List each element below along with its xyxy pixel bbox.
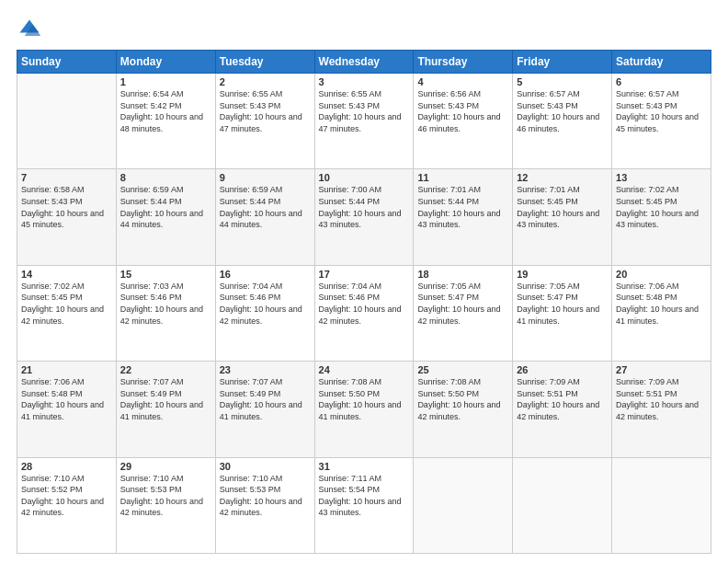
- calendar-cell: 20Sunrise: 7:06 AMSunset: 5:48 PMDayligh…: [612, 265, 711, 361]
- day-header-tuesday: Tuesday: [215, 51, 314, 74]
- day-number: 10: [319, 172, 410, 183]
- day-number: 14: [21, 269, 112, 280]
- calendar-cell: 27Sunrise: 7:09 AMSunset: 5:51 PMDayligh…: [612, 362, 711, 457]
- day-number: 29: [120, 461, 211, 472]
- calendar-cell: 25Sunrise: 7:08 AMSunset: 5:50 PMDayligh…: [414, 362, 513, 457]
- day-number: 9: [220, 172, 311, 183]
- day-number: 31: [319, 461, 410, 472]
- calendar-cell: 29Sunrise: 7:10 AMSunset: 5:53 PMDayligh…: [116, 457, 215, 553]
- day-number: 23: [220, 364, 311, 375]
- day-header-wednesday: Wednesday: [314, 51, 414, 74]
- calendar-cell: 2Sunrise: 6:55 AMSunset: 5:43 PMDaylight…: [215, 74, 314, 169]
- day-detail: Sunrise: 7:06 AMSunset: 5:48 PMDaylight:…: [21, 376, 112, 422]
- calendar-cell: 8Sunrise: 6:59 AMSunset: 5:44 PMDaylight…: [116, 169, 215, 265]
- header: [17, 17, 711, 42]
- calendar-cell: 11Sunrise: 7:01 AMSunset: 5:44 PMDayligh…: [414, 169, 513, 265]
- calendar-cell: 5Sunrise: 6:57 AMSunset: 5:43 PMDaylight…: [513, 74, 612, 169]
- calendar-cell: 24Sunrise: 7:08 AMSunset: 5:50 PMDayligh…: [314, 362, 414, 457]
- day-detail: Sunrise: 7:07 AMSunset: 5:49 PMDaylight:…: [220, 376, 311, 422]
- calendar-week-0: 1Sunrise: 6:54 AMSunset: 5:42 PMDaylight…: [17, 74, 711, 169]
- calendar-cell: [612, 457, 711, 553]
- calendar-cell: 3Sunrise: 6:55 AMSunset: 5:43 PMDaylight…: [314, 74, 414, 169]
- day-number: 30: [220, 461, 311, 472]
- calendar-cell: 13Sunrise: 7:02 AMSunset: 5:45 PMDayligh…: [612, 169, 711, 265]
- day-number: 11: [417, 172, 508, 183]
- calendar-cell: 22Sunrise: 7:07 AMSunset: 5:49 PMDayligh…: [116, 362, 215, 457]
- day-number: 7: [21, 172, 112, 183]
- calendar-cell: 14Sunrise: 7:02 AMSunset: 5:45 PMDayligh…: [17, 265, 117, 361]
- calendar-cell: 16Sunrise: 7:04 AMSunset: 5:46 PMDayligh…: [215, 265, 314, 361]
- day-detail: Sunrise: 7:05 AMSunset: 5:47 PMDaylight:…: [417, 281, 508, 327]
- day-header-friday: Friday: [513, 51, 612, 74]
- day-detail: Sunrise: 7:10 AMSunset: 5:52 PMDaylight:…: [21, 473, 112, 519]
- calendar-cell: 10Sunrise: 7:00 AMSunset: 5:44 PMDayligh…: [314, 169, 414, 265]
- logo: [17, 17, 44, 42]
- calendar-week-3: 21Sunrise: 7:06 AMSunset: 5:48 PMDayligh…: [17, 362, 711, 457]
- calendar-cell: 12Sunrise: 7:01 AMSunset: 5:45 PMDayligh…: [513, 169, 612, 265]
- calendar-cell: 19Sunrise: 7:05 AMSunset: 5:47 PMDayligh…: [513, 265, 612, 361]
- calendar-cell: 7Sunrise: 6:58 AMSunset: 5:43 PMDaylight…: [17, 169, 117, 265]
- day-number: 27: [616, 364, 707, 375]
- day-detail: Sunrise: 7:08 AMSunset: 5:50 PMDaylight:…: [319, 376, 410, 422]
- logo-icon: [17, 17, 42, 42]
- day-number: 2: [220, 76, 311, 87]
- day-detail: Sunrise: 7:10 AMSunset: 5:53 PMDaylight:…: [220, 473, 311, 519]
- calendar-cell: 26Sunrise: 7:09 AMSunset: 5:51 PMDayligh…: [513, 362, 612, 457]
- day-detail: Sunrise: 7:04 AMSunset: 5:46 PMDaylight:…: [220, 281, 311, 327]
- day-detail: Sunrise: 6:58 AMSunset: 5:43 PMDaylight:…: [21, 184, 112, 230]
- day-number: 13: [616, 172, 707, 183]
- calendar-cell: 6Sunrise: 6:57 AMSunset: 5:43 PMDaylight…: [612, 74, 711, 169]
- calendar-cell: 1Sunrise: 6:54 AMSunset: 5:42 PMDaylight…: [116, 74, 215, 169]
- day-number: 17: [319, 269, 410, 280]
- day-number: 24: [319, 364, 410, 375]
- calendar-cell: 9Sunrise: 6:59 AMSunset: 5:44 PMDaylight…: [215, 169, 314, 265]
- day-detail: Sunrise: 7:04 AMSunset: 5:46 PMDaylight:…: [319, 281, 410, 327]
- day-number: 1: [120, 76, 211, 87]
- calendar-cell: 21Sunrise: 7:06 AMSunset: 5:48 PMDayligh…: [17, 362, 117, 457]
- day-detail: Sunrise: 7:05 AMSunset: 5:47 PMDaylight:…: [517, 281, 608, 327]
- day-detail: Sunrise: 7:06 AMSunset: 5:48 PMDaylight:…: [616, 281, 707, 327]
- day-detail: Sunrise: 6:56 AMSunset: 5:43 PMDaylight:…: [417, 88, 508, 134]
- calendar-table: SundayMondayTuesdayWednesdayThursdayFrid…: [17, 50, 711, 554]
- day-number: 16: [220, 269, 311, 280]
- calendar-cell: [513, 457, 612, 553]
- calendar-week-2: 14Sunrise: 7:02 AMSunset: 5:45 PMDayligh…: [17, 265, 711, 361]
- day-number: 18: [417, 269, 508, 280]
- day-detail: Sunrise: 7:00 AMSunset: 5:44 PMDaylight:…: [319, 184, 410, 230]
- day-detail: Sunrise: 6:57 AMSunset: 5:43 PMDaylight:…: [517, 88, 608, 134]
- day-header-monday: Monday: [116, 51, 215, 74]
- calendar-cell: 31Sunrise: 7:11 AMSunset: 5:54 PMDayligh…: [314, 457, 414, 553]
- day-detail: Sunrise: 7:08 AMSunset: 5:50 PMDaylight:…: [417, 376, 508, 422]
- day-detail: Sunrise: 6:55 AMSunset: 5:43 PMDaylight:…: [220, 88, 311, 134]
- day-detail: Sunrise: 7:03 AMSunset: 5:46 PMDaylight:…: [120, 281, 211, 327]
- day-number: 5: [517, 76, 608, 87]
- day-number: 21: [21, 364, 112, 375]
- day-header-saturday: Saturday: [612, 51, 711, 74]
- page: SundayMondayTuesdayWednesdayThursdayFrid…: [0, 0, 728, 563]
- calendar-cell: [17, 74, 117, 169]
- day-number: 4: [417, 76, 508, 87]
- day-number: 28: [21, 461, 112, 472]
- day-number: 22: [120, 364, 211, 375]
- calendar-cell: 28Sunrise: 7:10 AMSunset: 5:52 PMDayligh…: [17, 457, 117, 553]
- day-detail: Sunrise: 6:59 AMSunset: 5:44 PMDaylight:…: [220, 184, 311, 230]
- day-detail: Sunrise: 6:57 AMSunset: 5:43 PMDaylight:…: [616, 88, 707, 134]
- day-detail: Sunrise: 7:07 AMSunset: 5:49 PMDaylight:…: [120, 376, 211, 422]
- day-number: 19: [517, 269, 608, 280]
- day-number: 26: [517, 364, 608, 375]
- day-number: 15: [120, 269, 211, 280]
- day-number: 12: [517, 172, 608, 183]
- day-header-sunday: Sunday: [17, 51, 117, 74]
- calendar-cell: 18Sunrise: 7:05 AMSunset: 5:47 PMDayligh…: [414, 265, 513, 361]
- day-detail: Sunrise: 6:59 AMSunset: 5:44 PMDaylight:…: [120, 184, 211, 230]
- day-detail: Sunrise: 7:11 AMSunset: 5:54 PMDaylight:…: [319, 473, 410, 519]
- calendar-cell: 30Sunrise: 7:10 AMSunset: 5:53 PMDayligh…: [215, 457, 314, 553]
- day-detail: Sunrise: 7:09 AMSunset: 5:51 PMDaylight:…: [517, 376, 608, 422]
- day-number: 20: [616, 269, 707, 280]
- day-number: 6: [616, 76, 707, 87]
- calendar-cell: 15Sunrise: 7:03 AMSunset: 5:46 PMDayligh…: [116, 265, 215, 361]
- calendar-week-1: 7Sunrise: 6:58 AMSunset: 5:43 PMDaylight…: [17, 169, 711, 265]
- day-detail: Sunrise: 7:01 AMSunset: 5:45 PMDaylight:…: [517, 184, 608, 230]
- day-number: 25: [417, 364, 508, 375]
- calendar-cell: 17Sunrise: 7:04 AMSunset: 5:46 PMDayligh…: [314, 265, 414, 361]
